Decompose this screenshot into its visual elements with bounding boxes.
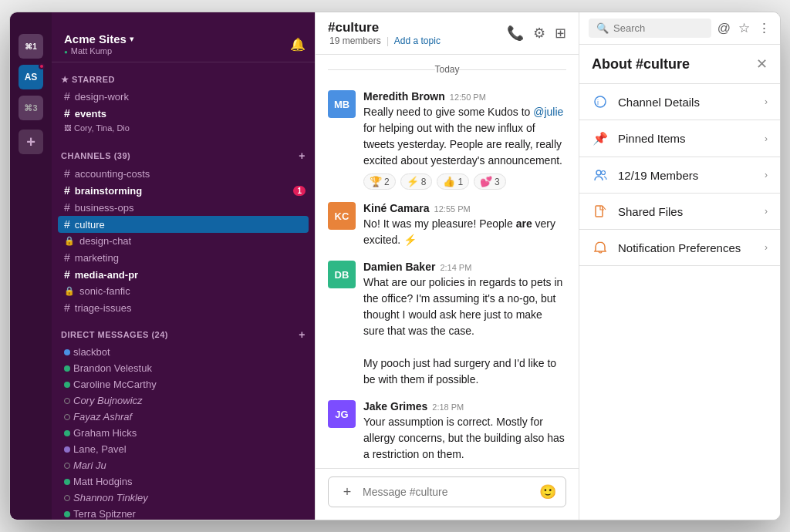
dot-terra [64,511,70,517]
add-dm-button[interactable]: + [299,328,306,341]
channel-details-row[interactable]: i Channel Details › [579,84,780,120]
reaction-lightning[interactable]: ⚡8 [400,173,433,190]
sidebar-item-brainstorming[interactable]: # brainstorming 1 [52,182,315,199]
notifications-icon [592,241,609,254]
message-content-meredith: Meredith Brown 12:50 PM Really need to g… [363,90,566,190]
settings-icon[interactable]: ⚙ [533,25,545,42]
panel-section-notifications: Notification Preferences › [579,230,780,266]
sidebar-item-media-and-pr[interactable]: #media-and-pr [52,266,315,283]
reactions-meredith: 🏆2 ⚡8 👍1 💕3 [363,173,566,190]
search-icon: 🔍 [596,22,609,34]
reaction-hearts[interactable]: 💕3 [474,173,506,190]
search-input[interactable] [613,22,704,34]
members-icon [592,168,609,182]
workspace-icon-add[interactable]: + [19,130,43,154]
svg-rect-3 [596,206,603,217]
sidebar-header: Acme Sites ▾ Matt Kump 🔔 [52,12,315,62]
sidebar-item-triage-issues[interactable]: #triage-issues [52,299,315,316]
dot-cory [64,398,70,404]
sidebar-item-marketing[interactable]: #marketing [52,249,315,266]
message-content-jake-1: Jake Grimes 2:18 PM Your assumption is c… [363,400,566,463]
chat-header: #culture 19 members | Add a topic 📞 ⚙ ⊞ [316,12,579,55]
message-kine: KC Kiné Camara 12:55 PM No! It was my pl… [328,196,566,254]
pinned-items-row[interactable]: 📌 Pinned Items › [579,120,780,157]
dm-brandon[interactable]: Brandon Velestuk [52,360,315,376]
message-content-damien-1: Damien Baker 2:14 PM What are our polici… [363,261,566,388]
message-damien-1: DB Damien Baker 2:14 PM What are our pol… [328,254,566,394]
workspace-icon-3[interactable]: ⌘3 [19,96,43,120]
search-bar: 🔍 [589,19,711,38]
sidebar-item-culture[interactable]: #culture [58,216,309,233]
dot-brandon [64,365,70,372]
right-panel-header: About #culture ✕ [579,45,780,84]
avatar-jake-1: JG [328,400,356,428]
sidebar-item-business-ops[interactable]: #business-ops [52,199,315,216]
star-icon[interactable]: ☆ [738,20,750,36]
workspace-icon-2[interactable]: AS [19,65,43,89]
message-text-damien-1: What are our policies in regards to pets… [363,274,566,388]
dm-section-header: DIRECT MESSAGES (24) + [52,316,315,344]
dm-lane[interactable]: Lane, Pavel [52,441,315,457]
layout-icon[interactable]: ⊞ [555,25,566,42]
message-input[interactable] [363,486,533,498]
shared-files-row[interactable]: Shared Files › [579,194,780,229]
dot-matt-h [64,479,70,485]
notification-bell-icon[interactable]: 🔔 [290,37,306,52]
notifications-chevron: › [765,242,768,253]
brainstorming-badge: 1 [293,186,306,196]
channel-title: #culture [328,20,441,35]
notifications-row[interactable]: Notification Preferences › [579,230,780,265]
workspace-name[interactable]: Acme Sites ▾ [64,32,133,45]
sidebar-body: ★ STARRED # design-work # events 🖼 Cory,… [52,62,315,520]
message-text-kine: No! It was my pleasure! People are very … [363,216,566,248]
panel-section-pinned-items: 📌 Pinned Items › [579,120,780,157]
add-channel-button[interactable]: + [299,150,306,162]
dm-mari[interactable]: Mari Ju [52,457,315,473]
svg-text:i: i [597,99,599,106]
channel-details-label: Channel Details [618,96,755,109]
avatar-meredith: MB [328,90,356,118]
members-row[interactable]: 12/19 Members › [579,157,780,193]
message-jake-1: JG Jake Grimes 2:18 PM Your assumption i… [328,394,566,468]
chat-input-box: + 🙂 [328,476,566,507]
reaction-trophy[interactable]: 🏆2 [363,173,396,190]
sidebar-item-sonic-fanfic[interactable]: 🔒sonic-fanfic [52,283,315,299]
message-author-damien: Damien Baker [363,261,435,273]
pinned-items-label: Pinned Items [618,132,755,145]
dm-terra[interactable]: Terra Spitzner [52,506,315,520]
call-icon[interactable]: 📞 [507,25,524,42]
message-content-kine: Kiné Camara 12:55 PM No! It was my pleas… [363,202,566,248]
add-attachment-button[interactable]: + [338,484,356,500]
panel-section-channel-details: i Channel Details › [579,84,780,120]
channel-meta: 19 members | Add a topic [329,35,441,46]
starred-section-header: ★ STARRED [52,62,315,88]
dm-matt-h[interactable]: Matt Hodgins [52,473,315,490]
right-panel-title: About #culture [592,56,690,72]
dot-fayaz [64,414,70,420]
sidebar-item-accounting-costs[interactable]: #accounting-costs [52,165,315,182]
dm-shannon[interactable]: Shannon Tinkley [52,490,315,506]
shared-files-label: Shared Files [618,205,755,218]
sidebar-item-design-chat[interactable]: 🔒design-chat [52,233,315,249]
members-chevron: › [765,170,768,180]
at-icon[interactable]: @ [717,21,731,36]
main-chat: #culture 19 members | Add a topic 📞 ⚙ ⊞ … [315,12,579,520]
message-meredith: MB Meredith Brown 12:50 PM Really need t… [328,84,566,196]
reaction-thumbs[interactable]: 👍1 [437,173,469,190]
date-divider: Today [328,55,566,84]
emoji-picker-button[interactable]: 🙂 [539,483,556,500]
sidebar-item-events[interactable]: # events [52,105,315,122]
header-actions: 📞 ⚙ ⊞ [507,25,566,42]
right-panel: 🔍 @ ☆ ⋮ About #culture ✕ i [579,12,780,520]
workspace-icon-rail: ⌘1 AS ⌘3 + [10,12,52,520]
sidebar-item-design-work[interactable]: # design-work [52,88,315,105]
more-icon[interactable]: ⋮ [758,20,771,36]
dm-caroline[interactable]: Caroline McCarthy [52,376,315,392]
workspace-icon-1[interactable]: ⌘1 [19,34,43,59]
right-panel-top-search: 🔍 @ ☆ ⋮ [579,12,780,45]
close-panel-button[interactable]: ✕ [756,56,768,72]
dm-graham[interactable]: Graham Hicks [52,425,315,441]
dm-fayaz[interactable]: Fayaz Ashraf [52,409,315,425]
dm-cory[interactable]: Cory Bujnowicz [52,392,315,409]
dm-slackbot[interactable]: slackbot [52,344,315,360]
